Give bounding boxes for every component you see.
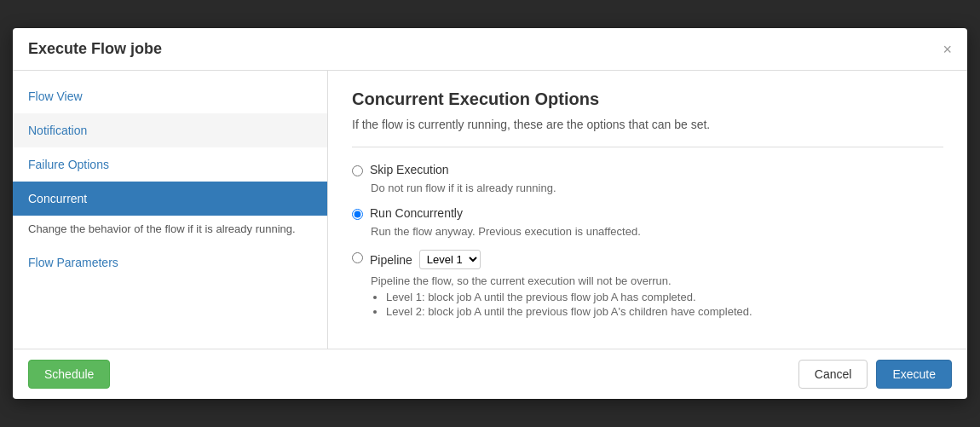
modal-footer: Schedule Cancel Execute	[13, 349, 967, 399]
content-title: Concurrent Execution Options	[352, 89, 943, 109]
modal-title: Execute Flow jobe	[28, 40, 162, 58]
label-skip[interactable]: Skip Execution	[370, 163, 449, 176]
pipeline-desc: Pipeline the flow, so the current execut…	[371, 274, 943, 287]
pipeline-bullet-2: Level 2: block job A until the previous …	[386, 305, 943, 318]
pipeline-bullets: Level 1: block job A until the previous …	[371, 291, 943, 318]
sidebar-item-concurrent[interactable]: Concurrent	[13, 182, 327, 216]
pipeline-bullet-1: Level 1: block job A until the previous …	[386, 291, 943, 303]
sidebar-item-flow-view[interactable]: Flow View	[13, 79, 327, 113]
content-divider	[352, 147, 943, 147]
cancel-button[interactable]: Cancel	[798, 360, 868, 389]
pipeline-level-select[interactable]: Level 1 Level 2	[419, 250, 481, 269]
option-row-run-concurrently: Run Concurrently	[352, 206, 943, 220]
modal-dialog: Execute Flow jobe × Flow View Notificati…	[13, 28, 967, 399]
close-button[interactable]: ×	[943, 42, 952, 57]
desc-run-concurrently: Run the flow anyway. Previous execution …	[371, 225, 943, 238]
execute-button[interactable]: Execute	[876, 360, 952, 389]
radio-skip[interactable]	[352, 165, 363, 176]
pipeline-label-row: Pipeline Level 1 Level 2	[370, 250, 481, 269]
option-row-pipeline: Pipeline Level 1 Level 2	[352, 250, 943, 269]
radio-run-concurrently[interactable]	[352, 209, 363, 220]
option-row-skip: Skip Execution	[352, 163, 943, 176]
sidebar-description: Change the behavior of the flow if it is…	[13, 216, 327, 245]
footer-right-buttons: Cancel Execute	[798, 360, 952, 389]
desc-skip: Do not run flow if it is already running…	[371, 182, 943, 194]
sidebar-item-flow-parameters[interactable]: Flow Parameters	[13, 245, 327, 280]
content-area: Concurrent Execution Options If the flow…	[328, 71, 967, 349]
radio-pipeline[interactable]	[352, 252, 363, 263]
sidebar-item-failure-options[interactable]: Failure Options	[13, 147, 327, 182]
content-subtitle: If the flow is currently running, these …	[352, 118, 943, 131]
sidebar-item-notification[interactable]: Notification	[13, 113, 327, 147]
modal-body: Flow View Notification Failure Options C…	[13, 71, 967, 349]
schedule-button[interactable]: Schedule	[28, 360, 110, 389]
label-pipeline: Pipeline Level 1 Level 2	[370, 250, 481, 269]
option-group-skip: Skip Execution Do not run flow if it is …	[352, 163, 943, 194]
option-group-pipeline: Pipeline Level 1 Level 2 Pipeline the fl…	[352, 250, 943, 318]
sidebar: Flow View Notification Failure Options C…	[13, 71, 328, 349]
option-group-run-concurrently: Run Concurrently Run the flow anyway. Pr…	[352, 206, 943, 238]
label-run-concurrently[interactable]: Run Concurrently	[370, 206, 463, 220]
modal-header: Execute Flow jobe ×	[13, 28, 967, 71]
pipeline-text: Pipeline	[370, 253, 412, 267]
